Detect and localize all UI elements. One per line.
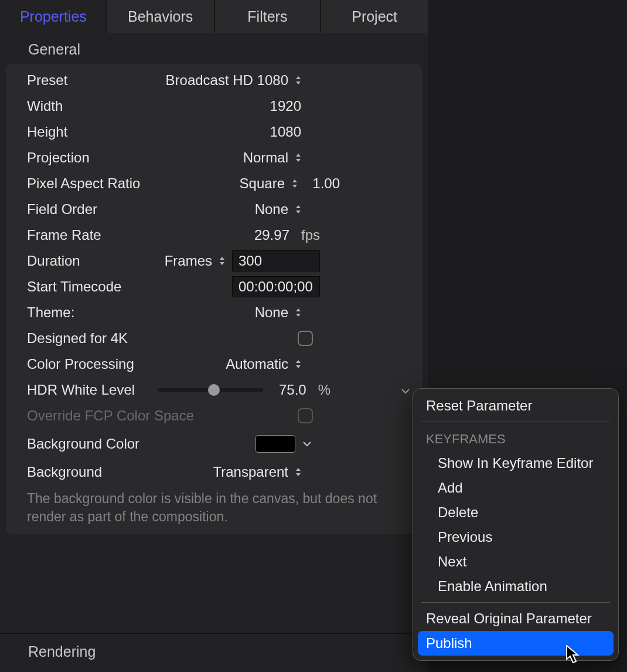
field-order-value[interactable]: None — [255, 201, 288, 218]
hdr-white-slider[interactable] — [158, 388, 263, 392]
menu-next[interactable]: Next — [418, 549, 614, 574]
label-hdr-white: HDR White Level — [27, 382, 135, 398]
frame-rate-unit: fps — [301, 227, 320, 243]
chevron-down-icon[interactable] — [398, 382, 413, 398]
label-override-fcp: Override FCP Color Space — [27, 408, 194, 424]
row-field-order: Field Order None — [6, 196, 422, 222]
stepper-icon[interactable] — [293, 75, 304, 86]
label-field-order: Field Order — [27, 201, 97, 218]
row-designed-4k: Designed for 4K — [6, 325, 422, 351]
menu-separator — [421, 602, 610, 603]
chevron-down-icon[interactable] — [300, 438, 314, 450]
par-value[interactable]: Square — [240, 175, 285, 192]
label-frame-rate: Frame Rate — [27, 227, 101, 243]
duration-input[interactable] — [232, 250, 320, 271]
general-group: Preset Broadcast HD 1080 Width 1920 Heig… — [6, 64, 422, 534]
stepper-icon[interactable] — [293, 359, 304, 369]
label-designed-4k: Designed for 4K — [27, 330, 128, 347]
stepper-icon[interactable] — [289, 178, 300, 189]
designed-4k-checkbox[interactable] — [298, 331, 313, 346]
menu-delete[interactable]: Delete — [418, 500, 614, 525]
label-start-timecode: Start Timecode — [27, 279, 121, 295]
stepper-icon[interactable] — [217, 256, 227, 266]
label-par: Pixel Aspect Ratio — [27, 175, 140, 192]
par-ratio[interactable]: 1.00 — [305, 175, 342, 192]
label-preset: Preset — [27, 72, 67, 89]
row-projection: Projection Normal — [6, 145, 422, 171]
projection-value[interactable]: Normal — [243, 150, 288, 166]
override-fcp-checkbox — [298, 408, 313, 423]
row-color-processing: Color Processing Automatic — [6, 351, 422, 377]
label-bg-color: Background Color — [27, 436, 139, 452]
frame-rate-value[interactable]: 29.97 — [251, 227, 292, 243]
menu-separator — [421, 422, 610, 422]
section-header-rendering[interactable]: Rendering — [0, 633, 428, 672]
row-height: Height 1080 — [6, 119, 422, 145]
row-theme: Theme: None — [6, 300, 422, 325]
stepper-icon[interactable] — [293, 152, 304, 163]
background-value[interactable]: Transparent — [213, 464, 288, 480]
stepper-icon[interactable] — [293, 307, 304, 318]
label-color-processing: Color Processing — [27, 356, 134, 372]
row-override-fcp-color-space: Override FCP Color Space — [6, 403, 422, 429]
menu-previous[interactable]: Previous — [418, 525, 614, 549]
label-height: Height — [27, 124, 67, 140]
hdr-white-unit: % — [318, 382, 330, 398]
parameter-context-menu: Reset Parameter KEYFRAMES Show In Keyfra… — [413, 388, 619, 661]
row-preset: Preset Broadcast HD 1080 — [6, 67, 422, 93]
menu-reveal-original-parameter[interactable]: Reveal Original Parameter — [418, 606, 614, 631]
theme-value[interactable]: None — [255, 304, 288, 321]
row-duration: Duration Frames — [6, 248, 422, 274]
duration-unit-select[interactable]: Frames — [165, 253, 212, 269]
color-processing-value[interactable]: Automatic — [226, 356, 288, 372]
hdr-white-value[interactable]: 75.0 — [274, 382, 309, 398]
slider-thumb[interactable] — [208, 384, 220, 396]
section-header-general: General — [0, 33, 428, 64]
menu-show-in-keyframe-editor[interactable]: Show In Keyframe Editor — [418, 451, 614, 476]
menu-publish[interactable]: Publish — [418, 631, 614, 656]
background-color-well[interactable] — [255, 435, 295, 453]
menu-enable-animation[interactable]: Enable Animation — [418, 574, 614, 599]
label-theme: Theme: — [27, 304, 74, 321]
menu-reset-parameter[interactable]: Reset Parameter — [418, 393, 614, 418]
width-value[interactable]: 1920 — [251, 98, 304, 114]
label-background: Background — [27, 464, 102, 480]
label-width: Width — [27, 98, 63, 114]
inspector-panel: Properties Behaviors Filters Project Gen… — [0, 0, 428, 672]
label-duration: Duration — [27, 253, 80, 269]
row-background-color: Background Color — [6, 429, 422, 459]
row-width: Width 1920 — [6, 93, 422, 119]
height-value[interactable]: 1080 — [251, 124, 304, 140]
label-projection: Projection — [27, 150, 90, 166]
tab-properties[interactable]: Properties — [0, 0, 107, 33]
start-timecode-input[interactable] — [232, 276, 320, 297]
row-pixel-aspect-ratio: Pixel Aspect Ratio Square 1.00 — [6, 171, 422, 196]
tab-project[interactable]: Project — [321, 0, 428, 33]
tab-behaviors[interactable]: Behaviors — [107, 0, 214, 33]
row-frame-rate: Frame Rate 29.97 fps — [6, 222, 422, 248]
background-help-text: The background color is visible in the c… — [6, 485, 422, 526]
preset-value[interactable]: Broadcast HD 1080 — [166, 72, 288, 89]
inspector-tabs: Properties Behaviors Filters Project — [0, 0, 428, 33]
stepper-icon[interactable] — [293, 204, 304, 215]
stepper-icon[interactable] — [293, 467, 304, 477]
tab-filters[interactable]: Filters — [214, 0, 322, 33]
menu-add[interactable]: Add — [418, 476, 614, 500]
row-background: Background Transparent — [6, 459, 422, 485]
row-hdr-white-level: HDR White Level 75.0 % — [6, 377, 422, 403]
menu-header-keyframes: KEYFRAMES — [418, 426, 614, 451]
row-start-timecode: Start Timecode — [6, 274, 422, 300]
